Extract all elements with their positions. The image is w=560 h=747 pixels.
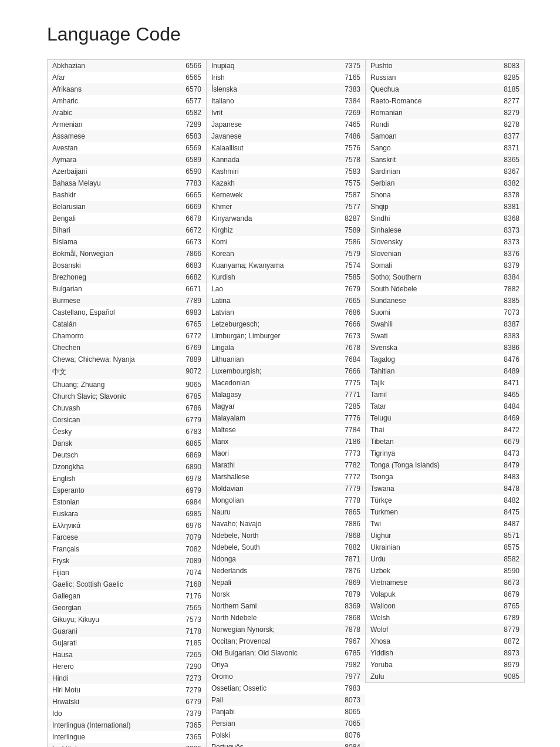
language-code: 8387 [497, 320, 519, 328]
language-code: 6679 [497, 438, 519, 446]
language-code: 7578 [338, 156, 360, 164]
language-name: Tswana [370, 484, 497, 493]
table-row: Zulu9085 [366, 671, 524, 682]
language-code: 8368 [497, 214, 519, 223]
table-row: Afar6565 [48, 72, 206, 83]
language-code: 7886 [338, 520, 360, 528]
table-row: Pushto8083 [366, 60, 524, 72]
table-row: Latina7665 [207, 295, 365, 307]
language-code: 8373 [497, 226, 519, 234]
language-code: 8487 [497, 520, 519, 528]
table-row: Tigrinya8473 [366, 447, 524, 459]
language-code: 7375 [338, 62, 360, 70]
language-code: 8379 [497, 261, 519, 270]
language-code: 8383 [497, 332, 519, 340]
table-row: Sardinian8367 [366, 166, 524, 177]
language-name: Russian [370, 73, 497, 82]
language-name: Quechua [370, 85, 497, 93]
language-code: 6590 [179, 167, 201, 176]
language-name: Chuang; Zhuang [52, 381, 179, 389]
language-name: Tigrinya [370, 449, 497, 457]
language-name: Norsk [211, 590, 338, 598]
table-row: Komi7586 [207, 236, 365, 248]
table-row: Vietnamese8673 [366, 577, 524, 588]
language-code: 8482 [497, 496, 519, 504]
language-name: Français [52, 545, 179, 553]
table-row: Česky6783 [48, 426, 206, 438]
language-code: 7879 [338, 590, 360, 598]
language-name: Hiri Motu [52, 686, 179, 694]
table-row: Xhosa8872 [366, 635, 524, 647]
language-code: 6779 [179, 416, 201, 424]
language-name: Magyar [211, 402, 338, 410]
language-code: 7665 [338, 297, 360, 305]
table-row: Wolof8779 [366, 624, 524, 635]
language-name: Türkçe [370, 496, 497, 504]
language-name: Frysk [52, 557, 179, 565]
language-name: Tsonga [370, 473, 497, 481]
language-code: 8384 [497, 273, 519, 281]
language-code: 7165 [338, 73, 360, 82]
table-row: Türkçe8482 [366, 494, 524, 506]
table-row: Norwegian Nynorsk;7878 [207, 624, 365, 635]
language-code: 8765 [497, 602, 519, 610]
language-name: Assamese [52, 132, 179, 140]
table-row: Kalaallisut7576 [207, 142, 365, 154]
table-row: Lingala7678 [207, 342, 365, 354]
language-name: Pushto [370, 62, 497, 70]
language-name: Gaelic; Scottish Gaelic [52, 580, 179, 588]
table-row: Tamil8465 [366, 389, 524, 401]
table-row: Hausa7265 [48, 649, 206, 661]
language-code: 6786 [179, 404, 201, 412]
language-code: 7589 [338, 226, 360, 234]
language-code: 6589 [179, 156, 201, 164]
language-name: Lingala [211, 344, 338, 352]
language-code: 8382 [497, 179, 519, 187]
language-name: Walloon [370, 602, 497, 610]
language-code: 7269 [338, 109, 360, 117]
table-row: Occitan; Provencal7967 [207, 635, 365, 647]
language-name: Northern Sami [211, 602, 338, 610]
language-name: Chewa; Chichewa; Nyanja [52, 355, 179, 364]
language-code: 7265 [179, 651, 201, 659]
language-name: Khmer [211, 203, 338, 211]
language-code: 7678 [338, 344, 360, 352]
table-row: Swati8383 [366, 330, 524, 342]
language-name: Inuktitut [52, 745, 179, 747]
table-row: Urdu8582 [366, 553, 524, 565]
table-row: Tatar8484 [366, 401, 524, 412]
language-code: 7583 [338, 167, 360, 176]
language-code: 7082 [179, 545, 201, 553]
language-code: 6765 [179, 320, 201, 328]
language-column-0: Abkhazian6566Afar6565Afrikaans6570Amhari… [47, 59, 206, 747]
language-name: Português [211, 743, 338, 747]
table-row: Old Bulgarian; Old Slavonic6785 [207, 647, 365, 659]
language-code: 7686 [338, 308, 360, 317]
language-code: 7579 [338, 250, 360, 258]
table-row: Sotho; Southern8384 [366, 271, 524, 283]
language-code: 7789 [179, 297, 201, 305]
table-row: Uzbek8590 [366, 565, 524, 577]
language-name: Maori [211, 449, 338, 457]
language-code: 6783 [179, 428, 201, 436]
language-code: 7290 [179, 662, 201, 671]
language-code: 9065 [179, 381, 201, 389]
language-code: 8278 [497, 120, 519, 129]
language-name: Swahili [370, 320, 497, 328]
table-row: Armenian7289 [48, 119, 206, 130]
language-code: 8279 [497, 109, 519, 117]
table-row: Chewa; Chichewa; Nyanja7889 [48, 354, 206, 365]
language-name: Kazakh [211, 179, 338, 187]
language-name: Raeto-Romance [370, 97, 497, 105]
table-row: Esperanto6979 [48, 484, 206, 496]
language-name: Twi [370, 520, 497, 528]
language-name: Swati [370, 332, 497, 340]
language-code: 7178 [179, 627, 201, 635]
language-code: 6772 [179, 332, 201, 340]
table-row: Hrwatski6779 [48, 696, 206, 708]
language-code: 7365 [179, 733, 201, 741]
language-column-2: Pushto8083Russian8285Quechua8185Raeto-Ro… [365, 59, 525, 683]
language-code: 7079 [179, 533, 201, 541]
language-name: Svenska [370, 344, 497, 352]
language-code: 7383 [338, 85, 360, 93]
